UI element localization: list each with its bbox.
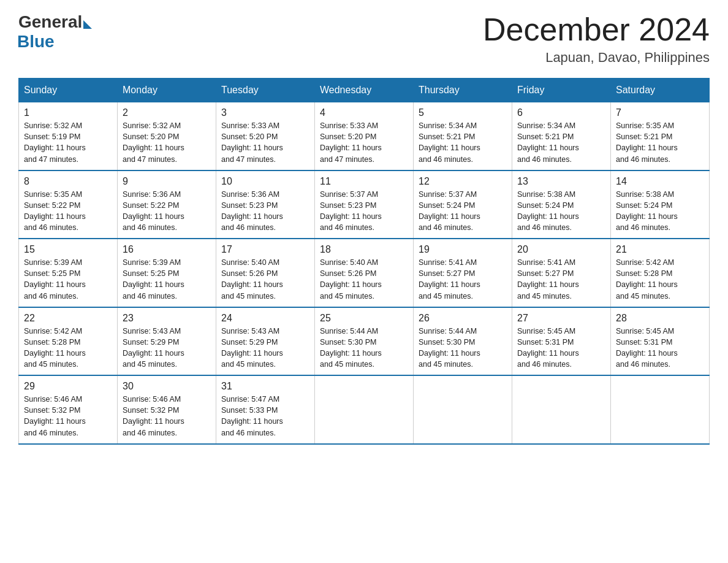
calendar-week-row: 15 Sunrise: 5:39 AM Sunset: 5:25 PM Dayl… — [19, 239, 710, 307]
day-info: Sunrise: 5:37 AM Sunset: 5:23 PM Dayligh… — [320, 189, 408, 234]
day-info: Sunrise: 5:32 AM Sunset: 5:20 PM Dayligh… — [123, 120, 211, 165]
calendar-cell: 9 Sunrise: 5:36 AM Sunset: 5:22 PM Dayli… — [118, 170, 216, 239]
calendar-cell: 6 Sunrise: 5:34 AM Sunset: 5:21 PM Dayli… — [512, 102, 611, 170]
calendar-week-row: 1 Sunrise: 5:32 AM Sunset: 5:19 PM Dayli… — [19, 102, 710, 170]
calendar-cell: 21 Sunrise: 5:42 AM Sunset: 5:28 PM Dayl… — [611, 239, 710, 307]
day-info: Sunrise: 5:46 AM Sunset: 5:32 PM Dayligh… — [24, 394, 112, 439]
calendar-cell — [315, 375, 414, 444]
day-number: 23 — [123, 313, 211, 324]
day-info: Sunrise: 5:45 AM Sunset: 5:31 PM Dayligh… — [517, 326, 605, 370]
calendar-cell: 3 Sunrise: 5:33 AM Sunset: 5:20 PM Dayli… — [216, 102, 315, 170]
day-info: Sunrise: 5:35 AM Sunset: 5:21 PM Dayligh… — [616, 120, 704, 165]
day-header-thursday: Thursday — [414, 79, 512, 102]
day-info: Sunrise: 5:33 AM Sunset: 5:20 PM Dayligh… — [320, 120, 408, 165]
title-section: December 2024 Lapuan, Davao, Philippines — [483, 12, 710, 66]
calendar-cell: 25 Sunrise: 5:44 AM Sunset: 5:30 PM Dayl… — [315, 307, 414, 376]
day-info: Sunrise: 5:34 AM Sunset: 5:21 PM Dayligh… — [517, 120, 605, 165]
day-number: 16 — [123, 244, 211, 255]
day-number: 1 — [24, 107, 112, 118]
day-number: 12 — [419, 176, 507, 187]
calendar-cell: 11 Sunrise: 5:37 AM Sunset: 5:23 PM Dayl… — [315, 170, 414, 239]
day-number: 17 — [221, 244, 309, 255]
calendar-cell: 13 Sunrise: 5:38 AM Sunset: 5:24 PM Dayl… — [512, 170, 611, 239]
day-info: Sunrise: 5:40 AM Sunset: 5:26 PM Dayligh… — [221, 257, 309, 302]
calendar-cell: 17 Sunrise: 5:40 AM Sunset: 5:26 PM Dayl… — [216, 239, 315, 307]
day-number: 6 — [517, 107, 605, 118]
day-info: Sunrise: 5:43 AM Sunset: 5:29 PM Dayligh… — [221, 326, 309, 370]
calendar-cell — [611, 375, 710, 444]
day-info: Sunrise: 5:38 AM Sunset: 5:24 PM Dayligh… — [616, 189, 704, 234]
day-header-saturday: Saturday — [611, 79, 710, 102]
day-info: Sunrise: 5:45 AM Sunset: 5:31 PM Dayligh… — [616, 326, 704, 370]
day-number: 25 — [320, 313, 408, 324]
day-header-sunday: Sunday — [19, 79, 118, 102]
logo-general-text: General — [18, 12, 82, 32]
calendar-cell: 26 Sunrise: 5:44 AM Sunset: 5:30 PM Dayl… — [414, 307, 512, 376]
calendar-cell: 12 Sunrise: 5:37 AM Sunset: 5:24 PM Dayl… — [414, 170, 512, 239]
day-number: 21 — [616, 244, 704, 255]
logo: General Blue — [18, 12, 92, 52]
day-number: 19 — [419, 244, 507, 255]
day-info: Sunrise: 5:39 AM Sunset: 5:25 PM Dayligh… — [24, 257, 112, 302]
calendar-cell: 4 Sunrise: 5:33 AM Sunset: 5:20 PM Dayli… — [315, 102, 414, 170]
day-info: Sunrise: 5:46 AM Sunset: 5:32 PM Dayligh… — [123, 394, 211, 439]
day-info: Sunrise: 5:44 AM Sunset: 5:30 PM Dayligh… — [419, 326, 507, 370]
calendar-cell: 29 Sunrise: 5:46 AM Sunset: 5:32 PM Dayl… — [19, 375, 118, 444]
day-number: 4 — [320, 107, 408, 118]
day-info: Sunrise: 5:42 AM Sunset: 5:28 PM Dayligh… — [24, 326, 112, 370]
calendar-cell — [512, 375, 611, 444]
day-info: Sunrise: 5:44 AM Sunset: 5:30 PM Dayligh… — [320, 326, 408, 370]
day-number: 22 — [24, 313, 112, 324]
day-info: Sunrise: 5:36 AM Sunset: 5:23 PM Dayligh… — [221, 189, 309, 234]
day-number: 8 — [24, 176, 112, 187]
day-number: 9 — [123, 176, 211, 187]
day-number: 15 — [24, 244, 112, 255]
calendar-cell: 15 Sunrise: 5:39 AM Sunset: 5:25 PM Dayl… — [19, 239, 118, 307]
day-number: 27 — [517, 313, 605, 324]
page-header: General Blue December 2024 Lapuan, Davao… — [18, 12, 710, 66]
day-number: 28 — [616, 313, 704, 324]
day-number: 18 — [320, 244, 408, 255]
day-info: Sunrise: 5:37 AM Sunset: 5:24 PM Dayligh… — [419, 189, 507, 234]
calendar-cell: 22 Sunrise: 5:42 AM Sunset: 5:28 PM Dayl… — [19, 307, 118, 376]
calendar-cell — [414, 375, 512, 444]
day-number: 24 — [221, 313, 309, 324]
day-header-tuesday: Tuesday — [216, 79, 315, 102]
day-info: Sunrise: 5:33 AM Sunset: 5:20 PM Dayligh… — [221, 120, 309, 165]
day-info: Sunrise: 5:39 AM Sunset: 5:25 PM Dayligh… — [123, 257, 211, 302]
day-info: Sunrise: 5:32 AM Sunset: 5:19 PM Dayligh… — [24, 120, 112, 165]
calendar-week-row: 22 Sunrise: 5:42 AM Sunset: 5:28 PM Dayl… — [19, 307, 710, 376]
logo-triangle-icon — [83, 20, 92, 29]
calendar-cell: 18 Sunrise: 5:40 AM Sunset: 5:26 PM Dayl… — [315, 239, 414, 307]
calendar-cell: 2 Sunrise: 5:32 AM Sunset: 5:20 PM Dayli… — [118, 102, 216, 170]
day-info: Sunrise: 5:38 AM Sunset: 5:24 PM Dayligh… — [517, 189, 605, 234]
day-number: 30 — [123, 381, 211, 392]
calendar-cell: 27 Sunrise: 5:45 AM Sunset: 5:31 PM Dayl… — [512, 307, 611, 376]
day-info: Sunrise: 5:36 AM Sunset: 5:22 PM Dayligh… — [123, 189, 211, 234]
day-info: Sunrise: 5:34 AM Sunset: 5:21 PM Dayligh… — [419, 120, 507, 165]
day-number: 5 — [419, 107, 507, 118]
day-number: 31 — [221, 381, 309, 392]
day-number: 20 — [517, 244, 605, 255]
calendar-cell: 20 Sunrise: 5:41 AM Sunset: 5:27 PM Dayl… — [512, 239, 611, 307]
calendar-cell: 7 Sunrise: 5:35 AM Sunset: 5:21 PM Dayli… — [611, 102, 710, 170]
day-info: Sunrise: 5:47 AM Sunset: 5:33 PM Dayligh… — [221, 394, 309, 439]
day-number: 10 — [221, 176, 309, 187]
calendar-header-row: SundayMondayTuesdayWednesdayThursdayFrid… — [19, 79, 710, 102]
day-info: Sunrise: 5:43 AM Sunset: 5:29 PM Dayligh… — [123, 326, 211, 370]
day-info: Sunrise: 5:41 AM Sunset: 5:27 PM Dayligh… — [419, 257, 507, 302]
calendar-cell: 28 Sunrise: 5:45 AM Sunset: 5:31 PM Dayl… — [611, 307, 710, 376]
calendar-cell: 8 Sunrise: 5:35 AM Sunset: 5:22 PM Dayli… — [19, 170, 118, 239]
calendar-cell: 10 Sunrise: 5:36 AM Sunset: 5:23 PM Dayl… — [216, 170, 315, 239]
calendar-week-row: 8 Sunrise: 5:35 AM Sunset: 5:22 PM Dayli… — [19, 170, 710, 239]
calendar-cell: 31 Sunrise: 5:47 AM Sunset: 5:33 PM Dayl… — [216, 375, 315, 444]
day-number: 13 — [517, 176, 605, 187]
calendar-cell: 16 Sunrise: 5:39 AM Sunset: 5:25 PM Dayl… — [118, 239, 216, 307]
day-info: Sunrise: 5:42 AM Sunset: 5:28 PM Dayligh… — [616, 257, 704, 302]
day-number: 2 — [123, 107, 211, 118]
day-info: Sunrise: 5:40 AM Sunset: 5:26 PM Dayligh… — [320, 257, 408, 302]
calendar-cell: 14 Sunrise: 5:38 AM Sunset: 5:24 PM Dayl… — [611, 170, 710, 239]
calendar-cell: 1 Sunrise: 5:32 AM Sunset: 5:19 PM Dayli… — [19, 102, 118, 170]
day-number: 29 — [24, 381, 112, 392]
calendar-cell: 24 Sunrise: 5:43 AM Sunset: 5:29 PM Dayl… — [216, 307, 315, 376]
